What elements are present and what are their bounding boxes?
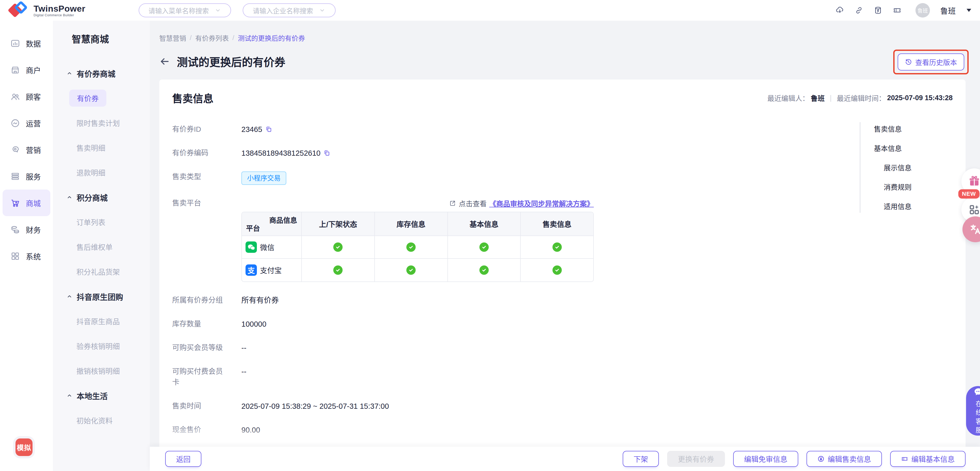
submenu-item-verify-detail[interactable]: 验券核销明细 [53,341,120,351]
sidebar-item-data[interactable]: 数据 [3,30,50,57]
section-local-life[interactable]: 本地生活 [53,383,150,408]
submenu-item-gift-shelf[interactable]: 积分礼品货架 [53,266,120,277]
field-coupon-code: 有价券编码 1384581894381252610 [172,148,953,159]
org-search-placeholder: 请输入企业名称搜索 [253,6,313,15]
anchor-item-apply-info[interactable]: 适用信息 [874,201,912,211]
menu-search-select[interactable]: 请输入菜单名称搜索 [138,3,231,17]
sidebar-item-service[interactable]: 服务 [3,163,50,189]
status-check-icon [333,242,343,252]
breadcrumb-item[interactable]: 有价券列表 [195,33,229,43]
service-icon [10,172,20,181]
chevron-down-icon [215,7,221,14]
column-header: 基本信息 [447,212,520,236]
chevron-down-icon [319,7,326,14]
field-sale-type: 售卖类型 小程序交易 [172,172,953,185]
table-corner-cell: 商品信息 平台 [242,212,301,236]
column-header: 库存信息 [374,212,447,236]
grid-icon [10,251,20,261]
section-douyin-group[interactable]: 抖音原生团购 [53,284,150,309]
action-bar: 返回 下架 更换有价券 编辑免审信息 编辑售卖信息 编辑基本信息 [150,447,980,471]
status-check-icon [333,266,343,275]
cloud-download-icon[interactable] [835,6,844,15]
sidebar-item-finance[interactable]: 财务 [3,216,50,243]
coupon-icon[interactable] [893,6,902,15]
sidebar-item-merchant[interactable]: 商户 [3,57,50,83]
gift-icon [967,175,980,188]
coupon-id-value: 23465 [241,124,262,135]
edit-basic-info-button[interactable]: 编辑基本信息 [890,451,966,467]
submenu-item-refund-detail[interactable]: 退款明细 [53,167,105,178]
operations-icon [10,118,20,128]
edit-time: 2025-07-09 15:43:28 [887,94,953,102]
marketing-icon [10,145,20,155]
copy-icon[interactable] [323,150,330,156]
edit-exempt-info-button[interactable]: 编辑免审信息 [733,451,798,467]
org-search-select[interactable]: 请输入企业名称搜索 [243,3,336,17]
submenu-item-coupon[interactable]: 有价券 [69,90,107,107]
chevron-up-icon [66,393,73,399]
anchor-item-sale-info[interactable]: 售卖信息 [874,124,912,134]
back-button[interactable]: 返回 [165,451,201,467]
database-icon[interactable] [873,6,882,15]
main-content: 智慧营销 / 有价券列表 / 测试的更换后的有价券 测试的更换后的有价券 查看历… [150,21,980,471]
edit-sale-info-button[interactable]: 编辑售卖信息 [807,451,882,467]
submenu-item-aftersale[interactable]: 售后维权单 [53,242,113,252]
simulate-badge[interactable]: 模拟 [16,438,33,456]
status-check-icon [552,266,562,275]
sidebar-item-system[interactable]: 系统 [3,243,50,269]
submenu-item-order-list[interactable]: 订单列表 [53,217,105,227]
sidebar-item-operations[interactable]: 运营 [3,110,50,136]
field-coupon-id: 有价券ID 23465 [172,124,953,135]
section-coupon-mall[interactable]: 有价券商城 [53,61,150,86]
platform-name: 微信 [260,242,274,252]
shop-icon [10,65,20,75]
topbar: TwinsPower Digital Commerce Builder 请输入菜… [0,0,980,21]
sidebar-item-customer[interactable]: 顾客 [3,83,50,110]
coins-icon [10,224,20,234]
submenu-item-init-data[interactable]: 初始化资料 [53,415,113,426]
link-icon[interactable] [854,6,863,15]
submenu-item-sale-detail[interactable]: 售卖明细 [53,143,105,153]
submenu-item-revoke-detail[interactable]: 撤销核销明细 [53,366,120,376]
page-title: 测试的更换后的有价券 [177,53,285,69]
chart-icon [10,38,20,48]
annotation-highlight: 查看历史版本 [893,49,969,74]
submenu-item-limited-plan[interactable]: 限时售卖计划 [53,118,120,128]
online-support-button[interactable]: 在线客服 [966,386,980,436]
user-menu-caret-icon[interactable] [967,9,971,12]
sidebar-item-mall[interactable]: 商城 [3,189,50,216]
submenu-item-douyin-goods[interactable]: 抖音原生商品 [53,316,120,326]
chevron-up-icon [66,70,73,76]
field-group: 所属有价券分组 所有有价券 [172,295,953,306]
user-name[interactable]: 鲁班 [940,5,956,16]
user-avatar[interactable]: 鲁班 [915,3,930,18]
sidebar-item-marketing[interactable]: 营销 [3,136,50,163]
anchor-nav: 售卖信息 基本信息 展示信息 消费规则 适用信息 [860,122,912,213]
new-badge: NEW [958,189,980,199]
back-arrow-icon[interactable] [159,56,170,67]
translate-icon [969,223,980,236]
take-down-button[interactable]: 下架 [623,451,659,467]
alipay-icon: 支 [245,264,257,276]
table-row: 支 支付宝 [242,259,593,282]
editor-name: 鲁班 [811,93,824,103]
view-history-button[interactable]: 查看历史版本 [898,53,964,70]
platform-sync-table: 商品信息 平台 上/下架状态 库存信息 基本信息 售卖信息 [241,212,594,282]
breadcrumb-item[interactable]: 智慧营销 [159,33,186,43]
column-header: 售卖信息 [520,212,593,236]
field-sale-platform: 售卖平台 点击查看 《商品审核及同步异常解决方案》 商品信息 平台 [172,198,953,282]
field-stock: 库存数量 100000 [172,319,953,329]
copy-icon[interactable] [266,126,272,132]
sale-info-panel: 售卖信息 最近编辑人： 鲁班 | 最近编辑时间： 2025-07-09 15:4… [159,80,966,471]
anchor-item-consume-rules[interactable]: 消费规则 [874,182,912,192]
history-icon [905,58,912,65]
anchor-item-basic-info[interactable]: 基本信息 [874,143,912,153]
ticket-icon [901,455,908,463]
field-cash-price: 现金售价 90.00 [172,425,953,435]
anchor-item-display-info[interactable]: 展示信息 [874,162,912,172]
apps-sparkle-icon [968,203,980,216]
submenu-title: 智慧商城 [53,34,150,45]
panel-title: 售卖信息 [172,91,213,105]
solution-doc-link[interactable]: 《商品审核及同步异常解决方案》 [489,198,594,208]
section-points-mall[interactable]: 积分商城 [53,185,150,210]
